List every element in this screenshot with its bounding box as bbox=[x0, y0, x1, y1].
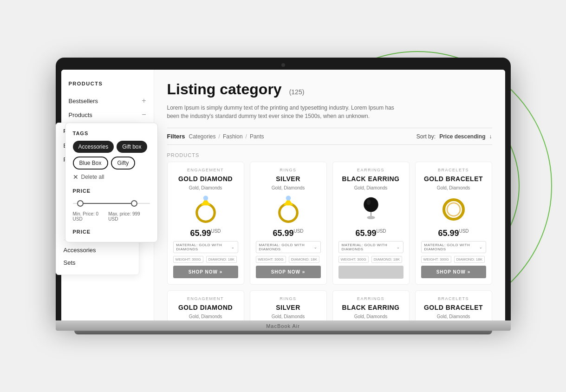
breadcrumb: Categories / Fashion / Pants bbox=[189, 133, 264, 140]
product-name: GOLD DIAMOND bbox=[173, 175, 238, 183]
product-material-row: MATERIAL: GOLD WITH DIAMONDS ⌄ bbox=[421, 241, 486, 253]
breadcrumb-categories: Categories bbox=[189, 133, 216, 140]
shop-btn-placeholder bbox=[338, 266, 403, 279]
product-category: BRACELETS bbox=[421, 296, 486, 301]
product-subtitle: Gold, Diamonds bbox=[173, 314, 238, 319]
price-thumb-min[interactable] bbox=[77, 200, 84, 207]
inner-sidebar-bestsellers[interactable]: Bestsellers + bbox=[69, 94, 146, 108]
price-section-bottom: PRICE bbox=[73, 229, 150, 235]
price-min-label: Min. Price: 0 USD bbox=[73, 211, 109, 222]
product-category: EARRINGS bbox=[338, 296, 403, 301]
product-subtitle: Gold, Diamonds bbox=[256, 185, 321, 190]
product-image bbox=[338, 193, 403, 226]
product-diamond: DIAMOND: 18K bbox=[371, 256, 402, 263]
tag-gift-box[interactable]: Gift box bbox=[117, 141, 147, 153]
filter-label: Filters bbox=[167, 133, 185, 140]
product-name: GOLD DIAMOND bbox=[173, 304, 238, 311]
sort-label: Sort by: bbox=[416, 133, 436, 140]
svg-point-9 bbox=[366, 199, 371, 205]
chevron-down-icon[interactable]: ⌄ bbox=[397, 245, 400, 249]
inner-sidebar-products[interactable]: Products − bbox=[69, 108, 146, 122]
page-count: (125) bbox=[289, 88, 305, 96]
delete-all-label: Delete all bbox=[81, 174, 104, 180]
breadcrumb-pants: Pants bbox=[250, 133, 264, 140]
tag-accessories[interactable]: Accessories bbox=[73, 141, 114, 153]
product-subtitle: Gold, Diamonds bbox=[421, 314, 486, 319]
product-diamond: DIAMOND: 18K bbox=[206, 256, 237, 263]
filter-left: Filters Categories / Fashion / Pants bbox=[167, 133, 264, 140]
sort-right: Sort by: Price descending ↓ bbox=[416, 133, 492, 140]
chevron-down-icon[interactable]: ⌄ bbox=[314, 245, 318, 249]
sort-arrow-icon[interactable]: ↓ bbox=[489, 133, 492, 140]
product-name: BLACK EARRING bbox=[338, 304, 403, 311]
laptop-camera bbox=[281, 63, 285, 67]
price-slider-fill bbox=[80, 203, 134, 204]
product-card: ENGAGEMENT GOLD DIAMOND Gold, Diamonds 6… bbox=[167, 290, 244, 320]
delete-all-row[interactable]: ✕ Delete all bbox=[73, 173, 150, 181]
product-weight: WEIGHT: 300G bbox=[173, 256, 203, 263]
page-description: Lorem Ipsum is simply dummy text of the … bbox=[167, 104, 399, 120]
product-diamond: DIAMOND: 18K bbox=[289, 256, 319, 263]
page-title-row: Listing category (125) bbox=[167, 81, 492, 98]
svg-point-5 bbox=[286, 196, 291, 201]
product-attrs: WEIGHT: 300G DIAMOND: 18K bbox=[338, 256, 403, 263]
sidebar-accessories-label: Accessories bbox=[64, 247, 96, 254]
tags-filled-row: Accessories Gift box bbox=[73, 141, 150, 153]
product-diamond: DIAMOND: 18K bbox=[454, 256, 485, 263]
price-max-label: Max. price: 999 USD bbox=[108, 211, 150, 222]
product-material-label: MATERIAL: GOLD WITH DIAMONDS bbox=[424, 243, 480, 251]
product-material-label: MATERIAL: GOLD WITH DIAMONDS bbox=[176, 243, 232, 251]
svg-point-2 bbox=[203, 196, 208, 201]
shop-now-button[interactable]: SHOP NOW » bbox=[256, 266, 321, 278]
product-category: ENGAGEMENT bbox=[173, 296, 238, 301]
sidebar-item-sets[interactable]: Sets bbox=[64, 256, 131, 269]
product-subtitle: Gold, Diamonds bbox=[338, 314, 403, 319]
chevron-down-icon[interactable]: ⌄ bbox=[231, 245, 235, 249]
breadcrumb-sep-1: / bbox=[219, 133, 220, 140]
svg-point-8 bbox=[364, 197, 378, 212]
tag-blue-box[interactable]: Blue Box bbox=[73, 157, 108, 170]
inner-bestsellers-label: Bestsellers bbox=[69, 98, 98, 105]
product-card: RINGS SILVER Gold, Diamonds 65.99USD MAT… bbox=[250, 162, 327, 285]
product-material-label: MATERIAL: GOLD WITH DIAMONDS bbox=[259, 243, 314, 251]
svg-point-3 bbox=[279, 204, 297, 222]
shop-now-button[interactable]: SHOP NOW » bbox=[421, 266, 486, 278]
product-attrs: WEIGHT: 300G DIAMOND: 18K bbox=[256, 256, 321, 263]
product-price: 65.99USD bbox=[173, 229, 238, 238]
product-price: 65.99USD bbox=[256, 229, 321, 238]
chevron-down-icon[interactable]: ⌄ bbox=[479, 245, 483, 249]
inner-sidebar-title: PRODUCTS bbox=[69, 81, 146, 86]
product-material-row: MATERIAL: GOLD WITH DIAMONDS ⌄ bbox=[338, 241, 403, 253]
product-subtitle: Gold, Diamonds bbox=[256, 314, 321, 319]
inner-products-label: Products bbox=[69, 111, 92, 118]
product-card: BRACELETS GOLD BRACELET Gold, Diamonds 6… bbox=[415, 162, 492, 285]
shop-now-button[interactable]: SHOP NOW » bbox=[173, 266, 238, 278]
svg-point-0 bbox=[196, 204, 215, 222]
page-title: Listing category bbox=[167, 81, 282, 98]
product-weight: WEIGHT: 300G bbox=[338, 256, 369, 263]
product-card: ENGAGEMENT GOLD DIAMOND Gold, Diamonds 6… bbox=[167, 162, 244, 285]
product-price: 65.99USD bbox=[421, 229, 486, 238]
price-labels: Min. Price: 0 USD Max. price: 999 USD bbox=[73, 211, 150, 222]
price-slider[interactable] bbox=[73, 199, 150, 208]
product-attrs: WEIGHT: 300G DIAMOND: 18K bbox=[421, 256, 486, 263]
price-slider-track bbox=[73, 203, 150, 204]
price-thumb-max[interactable] bbox=[131, 200, 137, 207]
product-image bbox=[256, 193, 321, 226]
tag-gifty[interactable]: Gifty bbox=[111, 157, 136, 170]
price-section-title: PRICE bbox=[73, 188, 150, 194]
product-subtitle: Gold, Diamonds bbox=[338, 185, 403, 190]
product-category: RINGS bbox=[256, 168, 321, 172]
product-image bbox=[173, 193, 238, 226]
products-label: PRODUCTS bbox=[167, 152, 492, 158]
sidebar-sets-label: Sets bbox=[64, 259, 76, 266]
product-name: BLACK EARRING bbox=[338, 175, 403, 183]
product-category: RINGS bbox=[256, 296, 321, 301]
product-attrs: WEIGHT: 300G DIAMOND: 18K bbox=[173, 256, 238, 263]
product-weight: WEIGHT: 300G bbox=[256, 256, 286, 263]
product-image bbox=[421, 193, 486, 226]
product-weight: WEIGHT: 300G bbox=[421, 256, 451, 263]
inner-plus-icon: + bbox=[142, 97, 146, 105]
sidebar-item-accessories[interactable]: Accessories bbox=[64, 244, 131, 256]
product-name: GOLD BRACELET bbox=[421, 304, 486, 311]
